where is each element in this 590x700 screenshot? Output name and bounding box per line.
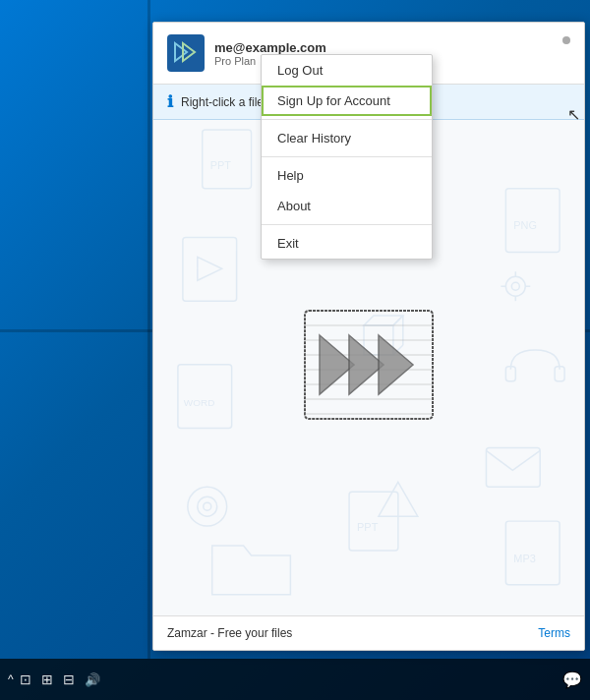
taskbar-icon-2: ⊞: [41, 671, 53, 687]
info-icon: ℹ: [167, 92, 173, 111]
header-dot[interactable]: [562, 36, 570, 44]
menu-item-about[interactable]: About: [262, 191, 432, 221]
logo-icon: [173, 41, 199, 66]
app-logo: [167, 34, 205, 72]
user-email: me@example.com: [214, 40, 570, 55]
svg-text:WORD: WORD: [184, 397, 214, 408]
svg-text:MP3: MP3: [513, 553, 535, 564]
win-divider-v: [148, 0, 150, 659]
taskbar-icon-3: ⊟: [63, 671, 75, 687]
taskbar: ^ ⊡ ⊞ ⊟ 🔊 💬: [0, 659, 590, 700]
desktop: me@example.com Pro Plan ℹ Right-click a …: [0, 0, 590, 700]
menu-divider-3: [262, 224, 432, 225]
svg-point-8: [511, 282, 519, 290]
svg-text:PPT: PPT: [210, 159, 232, 171]
svg-rect-5: [183, 237, 237, 301]
taskbar-right: 💬: [562, 671, 582, 689]
svg-marker-43: [379, 335, 413, 394]
svg-point-22: [204, 502, 211, 510]
taskbar-volume-icon[interactable]: 🔊: [85, 672, 100, 687]
menu-divider-2: [262, 156, 432, 157]
taskbar-icon-1: ⊡: [20, 671, 31, 687]
menu-item-clear-history[interactable]: Clear History: [262, 123, 432, 153]
svg-marker-6: [198, 257, 222, 280]
menu-item-log-out[interactable]: Log Out: [262, 55, 432, 86]
menu-item-exit[interactable]: Exit: [262, 228, 432, 259]
taskbar-notification-icon[interactable]: 💬: [562, 671, 582, 689]
taskbar-left: ^ ⊡ ⊞ ⊟ 🔊: [8, 671, 100, 687]
footer-brand: Zamzar - Free your files: [167, 626, 292, 640]
svg-text:PNG: PNG: [513, 219, 537, 231]
svg-point-20: [188, 487, 227, 526]
taskbar-chevron[interactable]: ^: [8, 672, 14, 686]
svg-point-7: [505, 276, 525, 296]
menu-divider-1: [262, 119, 432, 120]
taskbar-system-icons: ⊡ ⊞ ⊟ 🔊: [20, 671, 100, 687]
menu-item-help[interactable]: Help: [262, 160, 432, 191]
context-menu: Log Out Sign Up for Account Clear Histor…: [261, 54, 433, 260]
svg-text:PPT: PPT: [357, 521, 379, 533]
svg-point-21: [198, 496, 217, 516]
svg-marker-1: [183, 43, 195, 61]
app-footer: Zamzar - Free your files Terms: [153, 615, 584, 650]
svg-rect-23: [486, 447, 540, 487]
menu-item-sign-up[interactable]: Sign Up for Account: [262, 86, 432, 116]
footer-terms-link[interactable]: Terms: [538, 626, 570, 640]
center-sketch: [300, 306, 438, 424]
